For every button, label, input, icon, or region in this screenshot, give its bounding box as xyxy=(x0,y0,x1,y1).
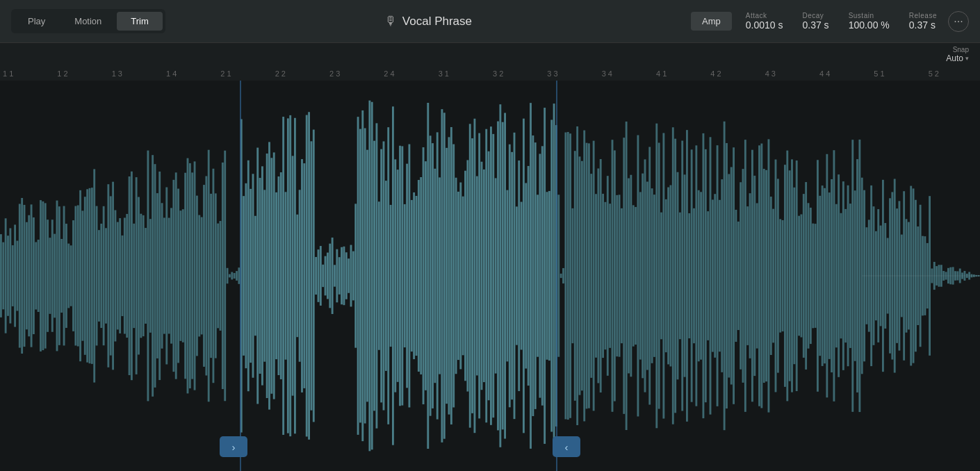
snap-chevron-icon: ▾ xyxy=(965,55,969,62)
ruler-marker: 1 4 xyxy=(166,69,177,78)
ruler-marker: 3 2 xyxy=(493,69,503,78)
param-sustain: Sustain 100.00 % xyxy=(849,12,890,31)
tab-play[interactable]: Play xyxy=(14,12,59,31)
more-button[interactable]: ··· xyxy=(948,11,969,32)
ruler-marker: 2 2 xyxy=(275,69,286,78)
arrow-left-icon: ‹ xyxy=(565,441,569,453)
arrow-right-icon: › xyxy=(232,441,236,453)
topbar: Play Motion Trim 🎙 Vocal Phrase Amp Atta… xyxy=(0,0,980,43)
param-decay: Decay 0.37 s xyxy=(802,12,828,31)
sustain-label: Sustain xyxy=(849,12,874,19)
snap-value-text: Auto xyxy=(946,53,963,63)
attack-label: Attack xyxy=(746,12,767,19)
title-area: 🎙 Vocal Phrase xyxy=(165,14,691,28)
ruler-marker: 4 2 xyxy=(710,69,721,78)
ruler-marker: 5 1 xyxy=(874,69,884,78)
tab-trim[interactable]: Trim xyxy=(117,12,163,31)
attack-value[interactable]: 0.0010 s xyxy=(746,19,783,31)
sustain-value[interactable]: 100.00 % xyxy=(849,19,890,31)
tab-motion[interactable]: Motion xyxy=(60,12,115,31)
amp-button[interactable]: Amp xyxy=(691,12,732,31)
decay-value[interactable]: 0.37 s xyxy=(802,19,828,31)
region-line-right xyxy=(556,81,557,471)
ruler-marker: 4 3 xyxy=(765,69,776,78)
ruler-marker: 1 3 xyxy=(112,69,122,78)
param-attack: Attack 0.0010 s xyxy=(746,12,783,31)
ruler-marker: 1 1 xyxy=(3,69,13,78)
ruler-marker: 3 3 xyxy=(547,69,557,78)
ruler-marker: 3 4 xyxy=(602,69,612,78)
snap-value[interactable]: Auto ▾ xyxy=(946,53,969,63)
params-group: Attack 0.0010 s Decay 0.37 s Sustain 100… xyxy=(746,12,937,31)
region-arrow-right[interactable]: ‹ xyxy=(553,436,580,457)
param-release: Release 0.37 s xyxy=(909,12,937,31)
ruler-marker: 1 2 xyxy=(57,69,67,78)
decay-label: Decay xyxy=(802,12,824,19)
release-label: Release xyxy=(909,12,937,19)
track-title: Vocal Phrase xyxy=(402,15,472,28)
more-icon: ··· xyxy=(954,15,963,28)
ruler: 1 11 21 31 42 12 22 32 43 13 23 33 44 14… xyxy=(0,61,980,81)
waveform-container[interactable]: › ‹ xyxy=(0,81,980,471)
tab-group: Play Motion Trim xyxy=(11,9,165,33)
region-arrow-left[interactable]: › xyxy=(220,436,247,457)
ruler-marker: 4 1 xyxy=(656,69,667,78)
release-value[interactable]: 0.37 s xyxy=(909,19,936,31)
ruler-marker: 2 4 xyxy=(384,69,394,78)
ruler-marker: 3 1 xyxy=(439,69,449,78)
waveform-canvas xyxy=(0,81,980,471)
mic-icon: 🎙 xyxy=(384,14,397,28)
snap-label: Snap xyxy=(953,46,969,53)
ruler-marker: 5 2 xyxy=(929,69,939,78)
ruler-marker: 2 1 xyxy=(220,69,231,78)
snap-bar: Snap Auto ▾ xyxy=(946,43,969,66)
ruler-marker: 2 3 xyxy=(329,69,340,78)
region-line-left xyxy=(240,81,241,471)
ruler-marker: 4 4 xyxy=(819,69,830,78)
